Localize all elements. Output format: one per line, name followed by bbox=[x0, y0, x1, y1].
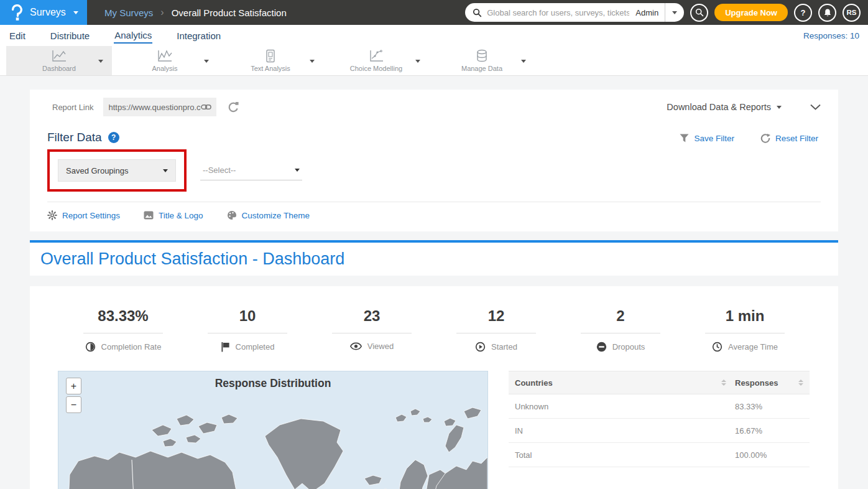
help-button[interactable]: ? bbox=[794, 4, 812, 22]
reset-filter-button[interactable]: Reset Filter bbox=[760, 133, 818, 143]
palette-icon bbox=[227, 210, 237, 220]
chevron-down-icon bbox=[777, 106, 782, 109]
database-icon bbox=[475, 49, 489, 63]
tab-edit[interactable]: Edit bbox=[9, 28, 26, 43]
tab-label: Analysis bbox=[152, 65, 178, 72]
report-settings-label: Report Settings bbox=[62, 211, 120, 220]
top-bar: Surveys My Surveys › Overall Product Sat… bbox=[0, 0, 868, 25]
regenerate-link-icon bbox=[228, 101, 239, 113]
chevron-down-icon[interactable] bbox=[415, 60, 420, 63]
stat-value: 10 bbox=[185, 307, 310, 325]
responses-cell: 83.33% bbox=[735, 402, 803, 411]
country-cell: IN bbox=[515, 426, 735, 435]
save-filter-button[interactable]: Save Filter bbox=[680, 133, 734, 143]
product-name: Surveys bbox=[30, 7, 66, 18]
sort-countries-icon[interactable] bbox=[721, 380, 726, 386]
map-title: Response Distribution bbox=[58, 371, 487, 390]
search-button[interactable] bbox=[690, 4, 708, 22]
stat-label-text: Completion Rate bbox=[101, 342, 162, 352]
tab-dashboard[interactable]: Dashboard bbox=[6, 46, 112, 75]
eye-icon bbox=[350, 342, 362, 350]
save-filter-label: Save Filter bbox=[694, 134, 734, 143]
dashboard-title-card: Overall Product Satisfaction - Dashboard bbox=[30, 240, 838, 276]
notifications-button[interactable] bbox=[818, 4, 836, 22]
tab-label: Dashboard bbox=[42, 65, 76, 72]
help-icon[interactable]: ? bbox=[108, 132, 119, 143]
report-link-input[interactable] bbox=[108, 103, 201, 112]
tab-text-analysis[interactable]: Text Analysis bbox=[218, 46, 323, 75]
divider bbox=[208, 333, 287, 333]
chevron-down-icon[interactable] bbox=[98, 60, 103, 63]
stat-value: 23 bbox=[310, 307, 434, 325]
table-row: Unknown 83.33% bbox=[509, 394, 810, 419]
stat-value: 2 bbox=[558, 307, 683, 325]
download-data-reports-button[interactable]: Download Data & Reports bbox=[667, 102, 782, 112]
report-link-label: Report Link bbox=[52, 103, 93, 112]
customize-theme-label: Customize Theme bbox=[242, 211, 310, 220]
chevron-down-icon[interactable] bbox=[310, 60, 315, 63]
copy-link-button[interactable] bbox=[201, 103, 211, 111]
stat-value: 1 min bbox=[683, 307, 807, 325]
stat-completed: 10 Completed bbox=[185, 307, 310, 352]
avatar[interactable]: RS bbox=[843, 4, 861, 22]
report-toolbar-card: Report Link Download Data & Reports bbox=[30, 90, 838, 231]
responses-count[interactable]: Responses: 10 bbox=[803, 31, 859, 40]
responses-column-header: Responses bbox=[735, 378, 795, 388]
regenerate-link-button[interactable] bbox=[228, 101, 239, 113]
link-icon bbox=[201, 103, 211, 111]
grouping-value-select[interactable]: --Select-- bbox=[200, 161, 302, 180]
global-search-input[interactable] bbox=[487, 8, 629, 17]
dashboard-chart-icon bbox=[50, 49, 68, 63]
search-scope-dropdown[interactable] bbox=[665, 3, 684, 22]
upgrade-now-button[interactable]: Upgrade Now bbox=[714, 4, 788, 21]
topbar-actions: Admin Upgrade Now ? RS bbox=[465, 3, 868, 22]
customize-theme-button[interactable]: Customize Theme bbox=[227, 210, 310, 220]
stat-label-text: Started bbox=[491, 342, 517, 352]
gear-icon bbox=[47, 210, 57, 220]
bell-icon bbox=[823, 8, 832, 17]
countries-table-header: Countries Responses bbox=[509, 371, 810, 394]
stat-label-text: Dropouts bbox=[612, 342, 645, 352]
tab-integration[interactable]: Integration bbox=[176, 28, 221, 43]
chevron-down-icon bbox=[163, 169, 168, 172]
chevron-down-icon[interactable] bbox=[204, 60, 209, 63]
play-circle-icon bbox=[475, 342, 486, 352]
stat-label-text: Completed bbox=[236, 342, 275, 352]
chevron-down-icon[interactable] bbox=[521, 60, 526, 63]
search-scope-label: Admin bbox=[629, 8, 665, 17]
breadcrumb: My Surveys › Overall Product Satisfactio… bbox=[104, 7, 287, 18]
global-search: Admin bbox=[465, 3, 684, 22]
tab-analysis[interactable]: Analysis bbox=[112, 46, 218, 75]
countries-column-header: Countries bbox=[515, 378, 718, 388]
stats-row: 83.33% Completion Rate 10 Completed bbox=[30, 286, 838, 352]
saved-groupings-select[interactable]: Saved Groupings bbox=[58, 159, 176, 182]
map-zoom-in-button[interactable]: + bbox=[66, 378, 81, 394]
tab-choice-modelling[interactable]: Choice Modelling bbox=[323, 46, 429, 75]
collapse-panel-button[interactable] bbox=[810, 104, 821, 110]
report-right-actions: Download Data & Reports bbox=[667, 102, 821, 112]
tab-label: Choice Modelling bbox=[350, 65, 402, 72]
image-icon bbox=[144, 211, 154, 220]
chevron-down-icon bbox=[672, 11, 677, 14]
title-logo-button[interactable]: Title & Logo bbox=[144, 210, 203, 220]
table-row: Total 100.00% bbox=[509, 443, 810, 467]
tab-analytics[interactable]: Analytics bbox=[114, 27, 152, 44]
world-map[interactable] bbox=[58, 400, 487, 489]
report-settings-button[interactable]: Report Settings bbox=[47, 210, 120, 220]
stat-viewed: 23 Viewed bbox=[310, 307, 434, 352]
table-row: IN 16.67% bbox=[509, 419, 810, 443]
sort-responses-icon[interactable] bbox=[798, 380, 803, 386]
page-title: Overall Product Satisfaction - Dashboard bbox=[40, 249, 344, 269]
response-distribution-map[interactable]: Response Distribution + − bbox=[58, 371, 488, 489]
breadcrumb-my-surveys[interactable]: My Surveys bbox=[104, 7, 153, 18]
filter-controls: Saved Groupings --Select-- bbox=[30, 144, 838, 192]
tab-distribute[interactable]: Distribute bbox=[50, 28, 90, 43]
report-settings-row: Report Settings Title & Logo Customize T… bbox=[30, 202, 838, 228]
chevron-down-icon bbox=[295, 169, 300, 172]
filter-actions: Save Filter Reset Filter bbox=[680, 133, 818, 143]
tab-manage-data[interactable]: Manage Data bbox=[429, 46, 535, 75]
divider bbox=[332, 333, 412, 333]
tab-label: Text Analysis bbox=[251, 65, 290, 72]
reset-icon bbox=[760, 133, 770, 143]
product-switcher[interactable]: Surveys bbox=[0, 0, 87, 25]
